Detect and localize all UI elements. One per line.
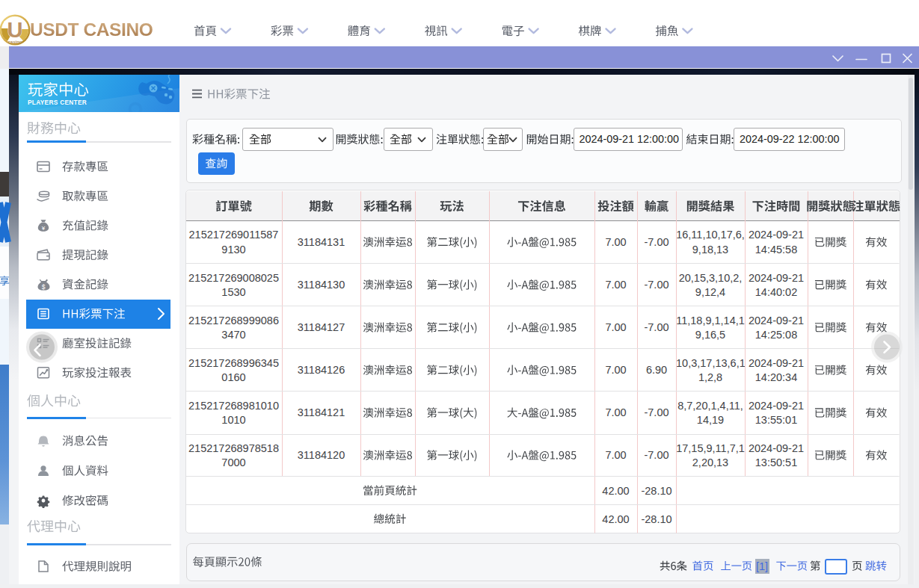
svg-text:casino: casino [7,40,22,44]
svg-text:$: $ [42,283,46,291]
svg-text:¥: ¥ [41,225,46,232]
svg-text:U: U [7,18,23,42]
